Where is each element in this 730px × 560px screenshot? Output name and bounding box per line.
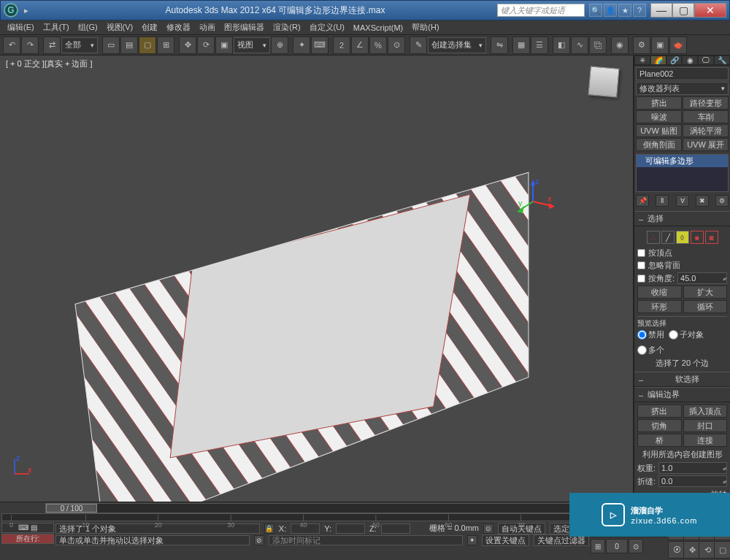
scale-icon[interactable]: ▣	[215, 37, 233, 54]
time-slider-thumb[interactable]: 0 / 100	[46, 504, 97, 513]
extrude-button[interactable]: 挤出	[637, 404, 682, 418]
menu-views[interactable]: 视图(V)	[102, 22, 138, 33]
material-editor-icon[interactable]: ◉	[611, 37, 629, 54]
menu-animation[interactable]: 动画	[195, 22, 220, 33]
element-level-icon[interactable]: ◙	[705, 231, 718, 244]
window-crossing-icon[interactable]: ⊞	[157, 37, 174, 54]
redo-icon[interactable]: ↷	[21, 37, 39, 54]
align-icon[interactable]: ▦	[512, 37, 530, 54]
move-gizmo[interactable]: z x y	[511, 180, 555, 223]
mod-extrude[interactable]: 挤出	[636, 96, 682, 110]
render-setup-icon[interactable]: ⚙	[633, 37, 650, 54]
unique-icon[interactable]: ∀	[676, 195, 689, 207]
pin-stack-icon[interactable]: 📌	[636, 195, 649, 207]
undo-icon[interactable]: ↶	[3, 37, 20, 54]
render-icon[interactable]: 🫖	[669, 37, 687, 54]
viewport[interactable]: [ + 0 正交 ][真实 + 边面 ]	[0, 55, 634, 502]
named-selection-dropdown[interactable]: 创建选择集	[428, 37, 486, 53]
vertex-level-icon[interactable]: ∴	[647, 231, 660, 244]
menu-group[interactable]: 组(G)	[74, 22, 102, 33]
move-icon[interactable]: ✥	[179, 37, 196, 54]
shrink-button[interactable]: 收缩	[637, 285, 682, 299]
preview-off-radio[interactable]	[637, 330, 647, 340]
max-toggle-icon[interactable]: ▢	[714, 541, 730, 559]
mod-uvwunwrap[interactable]: UVW 展开	[683, 138, 729, 151]
manipulate-icon[interactable]: ✦	[293, 37, 310, 54]
tab-utilities-icon[interactable]: 🔧	[714, 55, 730, 65]
key-mode-icon[interactable]: ⊙	[483, 523, 493, 534]
macro-rec-button[interactable]: 所在行:	[1, 534, 54, 544]
maximize-button[interactable]: ▢	[672, 3, 694, 18]
menu-customize[interactable]: 自定义(U)	[305, 22, 349, 33]
snap-spinner-icon[interactable]: ⊙	[388, 37, 405, 54]
menu-create[interactable]: 创建	[137, 22, 162, 33]
favorite-icon[interactable]: ★	[618, 4, 631, 17]
preview-sub-radio[interactable]	[669, 330, 678, 340]
graphite-icon[interactable]: ◧	[553, 37, 570, 54]
snap-2d-icon[interactable]: 2	[333, 37, 350, 54]
rollout-editborder[interactable]: 编辑边界	[634, 387, 730, 402]
signin-icon[interactable]: 👤	[604, 4, 617, 17]
tab-motion-icon[interactable]: ◉	[682, 55, 698, 65]
tab-hierarchy-icon[interactable]: 🔗	[666, 55, 683, 65]
rollout-softsel[interactable]: 软选择	[634, 372, 730, 387]
set-key-icon[interactable]: ✦	[467, 535, 477, 545]
configure-icon[interactable]: ⚙	[715, 195, 729, 207]
ignore-backfacing-checkbox[interactable]	[637, 261, 645, 269]
pivot-icon[interactable]: ⊕	[271, 37, 288, 54]
mod-noise[interactable]: 噪波	[636, 110, 682, 123]
menu-maxscript[interactable]: MAXScript(M)	[349, 23, 407, 32]
keyboard-icon[interactable]: ⌨	[311, 37, 328, 54]
select-name-icon[interactable]: ▤	[120, 37, 138, 54]
rollout-selection[interactable]: 选择	[634, 211, 730, 226]
ref-coord-dropdown[interactable]: 视图	[234, 37, 270, 53]
tab-display-icon[interactable]: 🖵	[698, 55, 714, 65]
polygon-level-icon[interactable]: ■	[691, 231, 704, 244]
tab-modify-icon[interactable]: 🌈	[650, 55, 666, 65]
menu-rendering[interactable]: 渲染(R)	[269, 22, 304, 33]
menu-help[interactable]: 帮助(H)	[407, 22, 443, 33]
close-button[interactable]: ✕	[694, 3, 726, 18]
menu-tools[interactable]: 工具(T)	[39, 22, 74, 33]
connect-button[interactable]: 连接	[683, 434, 728, 447]
mirror-icon[interactable]: ⇋	[491, 37, 508, 54]
isolate-icon[interactable]: ⊘	[254, 535, 264, 545]
loop-button[interactable]: 循环	[683, 300, 728, 313]
layers-icon[interactable]: ☰	[531, 37, 548, 54]
time-slider[interactable]: 0 / 100	[45, 503, 632, 513]
insertvertex-button[interactable]: 插入顶点	[683, 404, 728, 418]
curve-editor-icon[interactable]: ∿	[571, 37, 588, 54]
schematic-icon[interactable]: ⿻	[589, 37, 607, 54]
rotate-icon[interactable]: ⟳	[197, 37, 215, 54]
crease-spinner[interactable]: 0.0	[658, 475, 727, 487]
minimize-button[interactable]: —	[650, 3, 672, 18]
weight-spinner[interactable]: 1.0	[658, 462, 727, 474]
time-config-icon[interactable]: ⊞	[591, 539, 605, 553]
grow-button[interactable]: 扩大	[683, 285, 728, 299]
mod-bevelprofile[interactable]: 倒角剖面	[636, 138, 682, 151]
show-end-icon[interactable]: Ⅱ	[656, 195, 669, 207]
render-frame-icon[interactable]: ▣	[651, 37, 669, 54]
stack-editable-poly[interactable]: 可编辑多边形	[637, 155, 728, 167]
mod-pathdeform[interactable]: 路径变形	[683, 96, 729, 110]
modifier-stack[interactable]: 可编辑多边形	[636, 154, 729, 192]
menu-grapheditors[interactable]: 图形编辑器	[220, 22, 269, 33]
time-tag-field[interactable]: 添加时间标记	[269, 535, 463, 545]
object-name-field[interactable]: Plane002	[636, 67, 729, 80]
remove-mod-icon[interactable]: ✖	[696, 195, 709, 207]
preview-multi-radio[interactable]	[637, 345, 647, 355]
chamfer-button[interactable]: 切角	[637, 419, 682, 432]
named-sel-edit-icon[interactable]: ✎	[410, 37, 427, 54]
mod-lathe[interactable]: 车削	[683, 110, 729, 123]
y-coord-field[interactable]	[336, 523, 365, 534]
snap-angle-icon[interactable]: ∠	[351, 37, 369, 54]
z-coord-field[interactable]	[381, 523, 410, 534]
angle-spinner[interactable]: 45.0	[677, 272, 727, 284]
snap-percent-icon[interactable]: %	[369, 37, 387, 54]
key-mode-toggle-icon[interactable]: ⊙	[629, 539, 643, 553]
help-icon[interactable]: ?	[633, 4, 646, 17]
mod-turbosmooth[interactable]: 涡轮平滑	[683, 124, 729, 137]
select-rect-icon[interactable]: ▢	[139, 37, 156, 54]
select-icon[interactable]: ▭	[102, 37, 120, 54]
search-icon[interactable]: 🔍	[589, 4, 602, 17]
